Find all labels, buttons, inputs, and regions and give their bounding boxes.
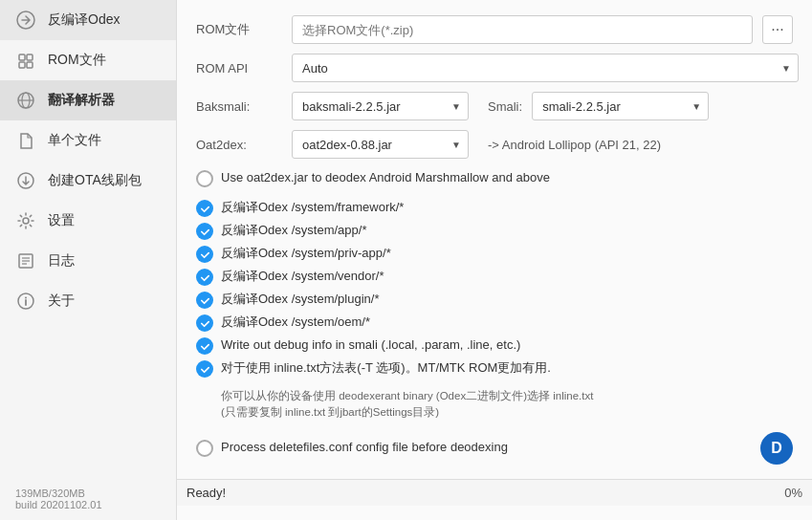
sidebar-label-log: 日志 <box>48 252 75 270</box>
info-line2: (只需要复制 inline.txt 到jbart的Settings目录) <box>221 406 439 418</box>
sidebar: 反编译Odex ROM文件 翻译解析器 <box>0 0 177 520</box>
sidebar-label-create-ota: 创建OTA线刷包 <box>48 172 142 189</box>
about-icon <box>15 291 36 312</box>
check-icon-5[interactable] <box>196 314 213 332</box>
avatar-button[interactable]: D <box>760 432 793 465</box>
info-block: 你可以从你的设备使用 deodexerant binary (Odex二进制文件… <box>196 388 793 422</box>
sidebar-label-translate-parser: 翻译解析器 <box>48 92 115 109</box>
smali-select-wrap: smali-2.2.5.jar ▼ <box>532 92 709 120</box>
sidebar-item-create-ota[interactable]: 创建OTA线刷包 <box>0 161 176 201</box>
rom-file-more-button[interactable]: ··· <box>762 15 793 44</box>
avatar-letter: D <box>771 440 782 457</box>
process-delete-row: Process deletefiles.conf config file bef… <box>196 431 793 466</box>
check-icon-1[interactable] <box>196 223 213 240</box>
check-label-2: 反编译Odex /system/priv-app/* <box>221 245 391 262</box>
rom-api-select-wrap: Auto ▼ <box>292 54 799 82</box>
process-delete-label: Process deletefiles.conf config file bef… <box>221 439 508 456</box>
baksmali-select-wrap: baksmali-2.2.5.jar ▼ <box>292 92 469 120</box>
decompile-icon <box>15 10 36 31</box>
check-row-2: 反编译Odex /system/priv-app/* <box>196 244 793 264</box>
info-line1: 你可以从你的设备使用 deodexerant binary (Odex二进制文件… <box>221 390 593 401</box>
svg-rect-4 <box>27 62 33 68</box>
check-icon-0[interactable] <box>196 200 213 217</box>
rom-file-row: ROM文件 ··· <box>196 15 793 44</box>
status-label: Ready! <box>187 486 755 500</box>
check-row-7: 对于使用 inline.txt方法表(-T 选项)。MT/MTK ROM更加有用… <box>196 358 793 379</box>
use-oat2dex-label: Use oat2dex.jar to deodex Android Marshm… <box>221 169 550 186</box>
memory-info: 139MB/320MB <box>15 488 161 499</box>
settings-icon <box>15 210 36 231</box>
oat2dex-label: Oat2dex: <box>196 138 282 152</box>
check-label-5: 反编译Odex /system/oem/* <box>221 314 370 331</box>
check-row-6: Write out debug info in smali (.local, .… <box>196 336 793 356</box>
oat2dex-select-wrap: oat2dex-0.88.jar ▼ <box>292 130 469 159</box>
svg-point-9 <box>23 218 29 224</box>
check-label-1: 反编译Odex /system/app/* <box>221 222 366 239</box>
rom-api-select[interactable]: Auto <box>292 54 799 82</box>
check-icon-6[interactable] <box>196 337 213 355</box>
sidebar-label-rom-file: ROM文件 <box>48 52 106 69</box>
rom-api-row: ROM API Auto ▼ <box>196 54 793 82</box>
check-label-3: 反编译Odex /system/vendor/* <box>221 268 384 285</box>
check-row-5: 反编译Odex /system/oem/* <box>196 313 793 333</box>
check-icon-3[interactable] <box>196 269 213 286</box>
sidebar-label-single-file: 单个文件 <box>48 132 101 149</box>
ota-icon <box>15 170 36 191</box>
log-icon <box>15 250 36 271</box>
process-delete-radio[interactable] <box>196 440 213 457</box>
check-icon-7[interactable] <box>196 360 213 378</box>
checkboxes-group: 反编译Odex /system/framework/* 反编译Odex /sys… <box>196 198 793 379</box>
rom-icon <box>15 50 36 71</box>
oat2dex-select[interactable]: oat2dex-0.88.jar <box>292 130 469 159</box>
rom-file-label: ROM文件 <box>196 21 282 38</box>
file-icon <box>15 130 36 151</box>
check-label-7: 对于使用 inline.txt方法表(-T 选项)。MT/MTK ROM更加有用… <box>221 359 551 377</box>
smali-select[interactable]: smali-2.2.5.jar <box>532 92 709 120</box>
svg-rect-1 <box>19 54 25 60</box>
use-oat2dex-radio[interactable] <box>196 170 213 187</box>
sidebar-item-log[interactable]: 日志 <box>0 241 176 281</box>
smali-label: Smali: <box>488 99 522 114</box>
sidebar-item-translate-parser[interactable]: 翻译解析器 <box>0 80 176 120</box>
check-row-3: 反编译Odex /system/vendor/* <box>196 267 793 287</box>
baksmali-smali-row: Baksmali: baksmali-2.2.5.jar ▼ Smali: sm… <box>196 92 793 120</box>
check-icon-2[interactable] <box>196 246 213 263</box>
progress-area: Ready! 0% <box>177 479 812 506</box>
build-info: build 20201102.01 <box>15 499 161 510</box>
rom-file-input[interactable] <box>292 15 753 44</box>
sidebar-label-decompile-odex: 反编译Odex <box>48 11 120 29</box>
baksmali-label: Baksmali: <box>196 99 282 114</box>
main-content: ROM文件 ··· ROM API Auto ▼ Baksmali: baksm… <box>177 0 812 520</box>
sidebar-item-single-file[interactable]: 单个文件 <box>0 120 176 161</box>
check-label-6: Write out debug info in smali (.local, .… <box>221 336 520 354</box>
translate-icon <box>15 90 36 111</box>
sidebar-item-settings[interactable]: 设置 <box>0 201 176 241</box>
svg-point-16 <box>25 297 27 299</box>
sidebar-label-settings: 设置 <box>48 212 75 229</box>
check-label-4: 反编译Odex /system/plugin/* <box>221 291 379 308</box>
sidebar-item-about[interactable]: 关于 <box>0 281 176 321</box>
check-icon-4[interactable] <box>196 292 213 309</box>
sidebar-item-rom-file[interactable]: ROM文件 <box>0 40 176 80</box>
check-row-1: 反编译Odex /system/app/* <box>196 221 793 241</box>
sidebar-footer: 139MB/320MB build 20201102.01 <box>0 478 176 520</box>
svg-rect-3 <box>19 62 25 68</box>
oat2dex-row: Oat2dex: oat2dex-0.88.jar ▼ -> Android L… <box>196 130 793 159</box>
progress-percent: 0% <box>764 486 802 500</box>
check-row-4: 反编译Odex /system/plugin/* <box>196 290 793 310</box>
use-oat2dex-row: Use oat2dex.jar to deodex Android Marshm… <box>196 168 793 188</box>
rom-api-label: ROM API <box>196 61 282 76</box>
oat2dex-note: -> Android Lollipop (API 21, 22) <box>488 138 661 152</box>
baksmali-select[interactable]: baksmali-2.2.5.jar <box>292 92 469 120</box>
sidebar-label-about: 关于 <box>48 292 75 310</box>
sidebar-item-decompile-odex[interactable]: 反编译Odex <box>0 0 176 40</box>
check-row-0: 反编译Odex /system/framework/* <box>196 198 793 218</box>
svg-rect-2 <box>27 54 33 60</box>
check-label-0: 反编译Odex /system/framework/* <box>221 199 404 216</box>
